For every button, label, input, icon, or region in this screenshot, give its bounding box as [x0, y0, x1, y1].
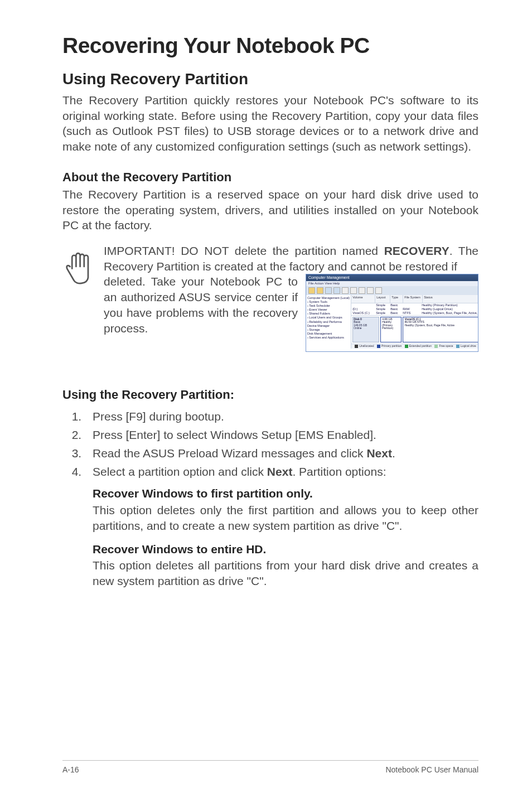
important-line2b: process.	[104, 321, 298, 336]
important-prefix: IMPORTANT! DO NOT delete the partition n…	[104, 244, 384, 257]
section-body-about: The Recovery Partition is a reserved spa…	[62, 187, 478, 233]
page-footer: A-16 Notebook PC User Manual	[62, 760, 478, 774]
important-recovery-word: RECOVERY	[384, 244, 449, 257]
manual-name: Notebook PC User Manual	[385, 765, 478, 774]
subsection-about: About the Recovery Partition	[62, 170, 478, 185]
option1-body: This option deletes only the first parti…	[93, 503, 478, 533]
screenshot-disk-map: Disk 0 Basic 149.05 GB Online 4.88 GB He…	[351, 315, 478, 344]
screenshot-tree: Computer Management (Local) › System Too…	[306, 295, 351, 349]
subsection-using: Using the Recovery Partition:	[62, 388, 478, 402]
disk-management-screenshot: Computer Management File Action View Hel…	[306, 274, 478, 352]
important-note: IMPORTANT! DO NOT delete the partition n…	[62, 243, 478, 352]
hand-stop-icon	[62, 247, 94, 287]
screenshot-legend: Unallocated Primary partition Extended p…	[351, 344, 478, 349]
option1-title: Recover Windows to first partition only.	[93, 486, 478, 501]
important-text: IMPORTANT! DO NOT delete the partition n…	[104, 243, 478, 352]
option2-title: Recover Windows to entire HD.	[93, 542, 478, 557]
screenshot-menubar: File Action View Help	[306, 281, 478, 286]
screenshot-toolbar	[306, 286, 478, 295]
manual-page: Recovering Your Notebook PC Using Recove…	[0, 0, 532, 802]
section-heading-using-recovery: Using Recovery Partition	[62, 70, 478, 88]
screenshot-columns: Volume Layout Type File System Status Ca…	[351, 295, 478, 303]
list-item: Press [F9] during bootup.	[85, 409, 478, 425]
table-row: (D:) Simple Basic RAW Healthy (Logical D…	[351, 307, 478, 311]
list-item: Press [Enter] to select Windows Setup [E…	[85, 427, 478, 443]
table-row: VistaOS (C:) Simple Basic NTFS Healthy (…	[351, 311, 478, 315]
screenshot-titlebar: Computer Management	[306, 274, 478, 281]
recovery-steps: Press [F9] during bootup. Press [Enter] …	[62, 409, 478, 482]
option2-body: This option deletes all partitions from …	[93, 558, 478, 588]
page-number: A-16	[62, 765, 79, 774]
section-body-using-recovery: The Recovery Partition quickly restores …	[62, 93, 478, 154]
important-line2a: deleted. Take your Notebook PC to an aut…	[104, 275, 298, 318]
table-row: Simple Basic Healthy (Primary Partition)…	[351, 303, 478, 307]
list-item: Read the ASUS Preload Wizard messages an…	[85, 446, 478, 462]
list-item: Select a partition option and click Next…	[85, 464, 478, 480]
page-title: Recovering Your Notebook PC	[62, 33, 478, 58]
